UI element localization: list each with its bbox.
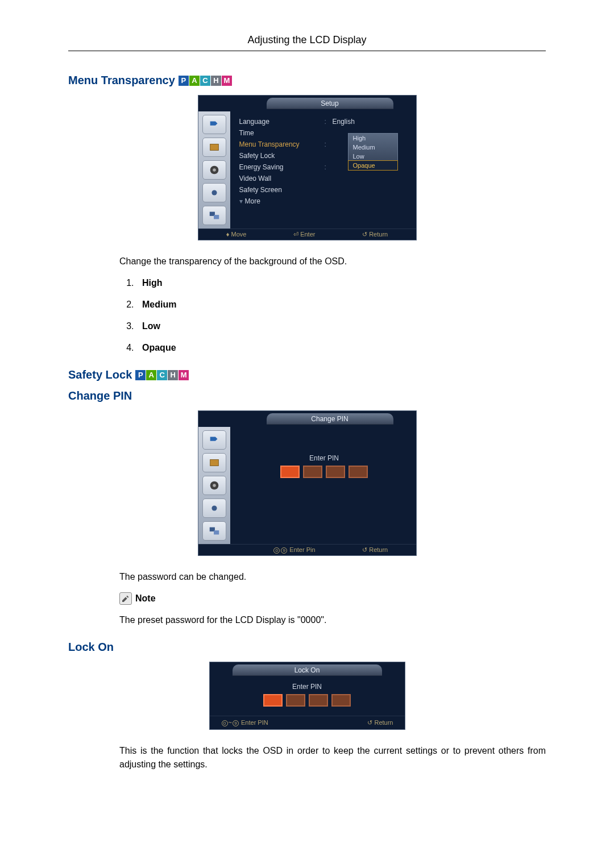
osd-tab-multi-icon[interactable] xyxy=(202,521,226,541)
pin-digit-4[interactable] xyxy=(349,466,368,478)
heading-lock-on: Lock On xyxy=(68,641,546,654)
osd-main: Language:English Time Menu Transparency:… xyxy=(230,111,416,229)
option-4: Opaque xyxy=(136,341,546,355)
svg-rect-6 xyxy=(210,460,218,466)
note-row: Note xyxy=(119,592,546,605)
footer-return: ↺ Return xyxy=(362,231,388,238)
content-lock-on: This is the function that locks the OSD … xyxy=(119,744,546,771)
desc-lock-on: This is the function that locks the OSD … xyxy=(119,744,546,771)
osd-footer: ♦ Move ⏎ Enter ↺ Return xyxy=(198,229,416,240)
osd-option-medium[interactable]: Medium xyxy=(349,143,397,152)
badge-h: H xyxy=(168,370,178,380)
badge-c: C xyxy=(200,76,210,86)
footer-return: ↺ Return xyxy=(362,546,388,554)
footer-enter-pin: 0~9 Enter PIN xyxy=(221,719,268,726)
osd-footer: 0~9 Enter PIN ↺ Return xyxy=(210,716,405,729)
osd-tab-picture-icon[interactable] xyxy=(202,138,226,157)
osd-option-high[interactable]: High xyxy=(349,134,397,143)
osd-row-safety-screen[interactable]: Safety Screen xyxy=(239,186,325,194)
content-menu-transparency: Change the transparency of the backgroun… xyxy=(119,255,546,355)
osd-row-energy-saving[interactable]: Energy Saving xyxy=(239,163,325,171)
osd-tab-setup-icon[interactable] xyxy=(202,499,226,518)
badge-m: M xyxy=(179,370,189,380)
osd-footer: 09 Enter Pin ↺ Return xyxy=(198,544,416,555)
option-2: Medium xyxy=(136,298,546,312)
pin-boxes xyxy=(239,466,409,478)
badge-a: A xyxy=(146,370,156,380)
osd-tab-sound-icon[interactable] xyxy=(202,160,226,180)
content-change-pin: The password can be changed. Note The pr… xyxy=(119,570,546,627)
footer-return: ↺ Return xyxy=(367,719,393,726)
osd-tab-picture-icon[interactable] xyxy=(202,453,226,472)
badge-p: P xyxy=(179,76,189,86)
page-header: Adjusting the LCD Display xyxy=(68,34,546,51)
note-text: The preset password for the LCD Display … xyxy=(119,613,546,627)
pin-digit-1[interactable] xyxy=(263,694,283,707)
osd-tab-input-icon[interactable] xyxy=(202,115,226,134)
osd-tab-sound-icon[interactable] xyxy=(202,476,226,495)
osd-change-pin: Change PIN Enter PIN 09 Enter Pin ↺ Retu… xyxy=(198,410,417,556)
note-icon xyxy=(119,592,132,605)
osd-tab-input-icon[interactable] xyxy=(202,430,226,450)
osd-row-language[interactable]: Language xyxy=(239,118,325,126)
badge-p: P xyxy=(135,370,146,380)
option-1: High xyxy=(136,276,546,290)
osd-title: Lock On xyxy=(233,665,382,676)
pin-digit-1[interactable] xyxy=(280,466,300,478)
enter-pin-label: Enter PIN xyxy=(210,683,405,691)
pin-digit-3[interactable] xyxy=(326,466,345,478)
osd-lock-on: Lock On Enter PIN 0~9 Enter PIN ↺ Return xyxy=(209,662,405,730)
arrow-down-icon: ▾ xyxy=(239,197,243,205)
osd-option-opaque[interactable]: Opaque xyxy=(349,161,397,170)
osd-sidebar xyxy=(198,111,230,229)
option-3: Low xyxy=(136,319,546,333)
svg-point-8 xyxy=(213,484,216,487)
badge-m: M xyxy=(222,76,232,86)
badge-a: A xyxy=(189,76,200,86)
osd-title: Setup xyxy=(267,98,393,109)
svg-rect-5 xyxy=(214,215,219,219)
osd-row-menu-transparency[interactable]: Menu Transparency xyxy=(239,140,325,148)
osd-title: Change PIN xyxy=(267,413,393,425)
badge-c: C xyxy=(157,370,167,380)
note-label: Note xyxy=(135,592,156,605)
osd-sidebar xyxy=(198,427,230,544)
svg-point-2 xyxy=(213,168,216,172)
osd-value-language: English xyxy=(333,118,355,126)
desc-change-pin: The password can be changed. xyxy=(119,570,546,584)
heading-menu-transparency: Menu Transparency P A C H M xyxy=(68,74,546,87)
pachm-badges: P A C H M xyxy=(179,76,232,86)
footer-move: ♦ Move xyxy=(226,231,247,238)
footer-enter-pin: 09 Enter Pin xyxy=(273,546,315,554)
badge-h: H xyxy=(211,76,221,86)
heading-text: Safety Lock xyxy=(68,368,132,381)
pin-digit-2[interactable] xyxy=(286,694,305,707)
enter-pin-label: Enter PIN xyxy=(239,454,409,462)
svg-point-3 xyxy=(211,190,217,195)
pin-digit-2[interactable] xyxy=(303,466,322,478)
svg-rect-0 xyxy=(210,144,218,151)
heading-safety-lock: Safety Lock P A C H M xyxy=(68,368,546,381)
osd-main: Enter PIN xyxy=(230,427,416,544)
desc-menu-transparency: Change the transparency of the backgroun… xyxy=(119,255,546,268)
osd-submenu: High Medium Low Opaque xyxy=(348,133,398,171)
osd-setup: Setup Language:English Time Menu Transpa… xyxy=(198,95,417,240)
pin-digit-3[interactable] xyxy=(309,694,328,707)
osd-tab-setup-icon[interactable] xyxy=(202,183,226,202)
pin-digit-4[interactable] xyxy=(331,694,351,707)
osd-tab-multi-icon[interactable] xyxy=(202,206,226,225)
osd-row-safety-lock[interactable]: Safety Lock xyxy=(239,152,325,160)
heading-text: Menu Transparency xyxy=(68,74,175,87)
heading-change-pin: Change PIN xyxy=(68,389,546,402)
osd-row-time[interactable]: Time xyxy=(239,129,325,137)
footer-enter: ⏎ Enter xyxy=(293,231,315,238)
svg-rect-11 xyxy=(214,530,219,534)
pachm-badges: P A C H M xyxy=(135,370,189,380)
svg-point-9 xyxy=(211,505,217,510)
pin-boxes xyxy=(210,694,405,707)
osd-option-low[interactable]: Low xyxy=(349,152,397,161)
osd-row-more[interactable]: More xyxy=(245,197,330,205)
osd-row-video-wall[interactable]: Video Wall xyxy=(239,175,325,182)
